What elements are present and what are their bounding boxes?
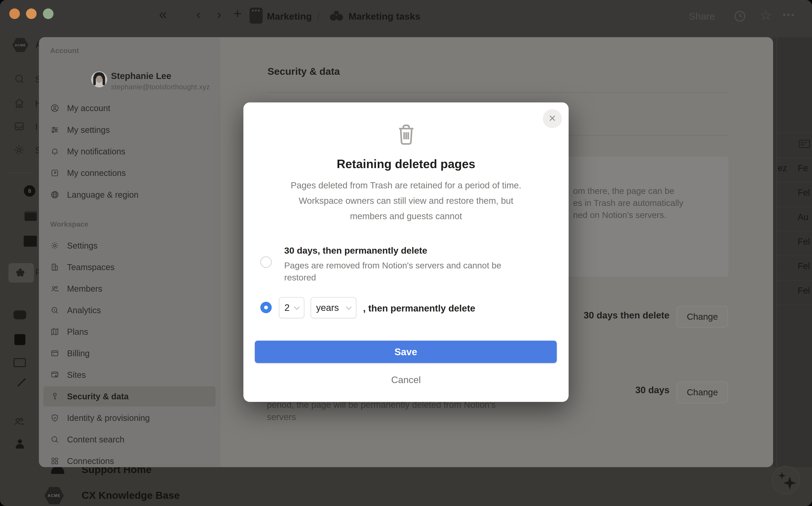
teamspace-crate-icon[interactable] (24, 236, 37, 247)
sidebar-item-cx-knowledge-base[interactable]: CX Knowledge Base (82, 490, 180, 501)
teamspace-wand-icon[interactable] (17, 378, 26, 387)
more-options-icon[interactable]: ••• (783, 10, 796, 20)
teamspace-screen-icon[interactable] (13, 358, 26, 367)
arrow-box-icon (50, 168, 59, 178)
teamspace-square-icon[interactable] (14, 334, 25, 345)
sidebar-item-label: My account (67, 103, 111, 113)
building-icon (50, 262, 59, 272)
account-section-label: Account (50, 47, 79, 55)
magnifier-icon (50, 435, 59, 444)
forward-icon[interactable]: › (217, 7, 221, 22)
unit-dropdown[interactable]: years (311, 297, 356, 318)
sidebar-item-my-settings[interactable]: My settings (43, 120, 215, 140)
cancel-button[interactable]: Cancel (244, 374, 568, 386)
sidebar-item-my-connections[interactable]: My connections (43, 163, 215, 183)
breadcrumb-page[interactable]: Marketing tasks (348, 11, 420, 22)
table-cell-date: Fel (798, 237, 810, 247)
dialog-title: Retaining deleted pages (244, 157, 568, 171)
sidebar-item-language-region[interactable]: Language & region (43, 185, 215, 205)
sidebar-item-security-data[interactable]: Security & data (43, 386, 215, 407)
change-button-label: Change (687, 312, 718, 322)
option-30-label[interactable]: 30 days, then permanently delete (284, 245, 427, 256)
back-icon[interactable]: ‹ (196, 7, 201, 22)
table-cell-date: Fel (798, 261, 810, 271)
chevron-down-icon (346, 304, 352, 310)
breadcrumb-separator: / (317, 11, 320, 22)
sidebar-item-sites[interactable]: Sites (43, 365, 215, 385)
acme-kb-text: ACME (48, 494, 61, 498)
sidebar-item-identity-provisioning[interactable]: Identity & provisioning (43, 408, 215, 428)
breadcrumb-parent[interactable]: Marketing (267, 11, 312, 22)
sidebar-item-billing[interactable]: Billing (43, 343, 215, 363)
screen: « ‹ › + Marketing / Marketing tasks Shar… (0, 0, 812, 506)
radio-30-days[interactable] (260, 256, 272, 268)
info-card-line: es in Trash are automatically (573, 197, 683, 209)
sidebar-item-content-search[interactable]: Content search (43, 429, 215, 450)
profile-email: stephanie@toolsforthought.xyz (111, 83, 210, 91)
sparkle-small-icon (778, 472, 786, 479)
sidebar-item-plans[interactable]: Plans (43, 322, 215, 342)
sidebar-item-connections[interactable]: Connections (43, 451, 215, 467)
table-cell-date: Fe (798, 163, 808, 173)
page-title: Security & data (268, 66, 340, 77)
traffic-zoom-button[interactable] (43, 8, 54, 19)
sidebar-item-label: Security & data (67, 392, 129, 401)
sidebar-item-label: My settings (67, 125, 110, 135)
traffic-minimize-button[interactable] (26, 8, 37, 19)
favorite-star-icon[interactable]: ☆ (759, 7, 772, 23)
cancel-button-label: Cancel (391, 374, 421, 385)
inbox-icon[interactable] (13, 120, 25, 132)
sidebar-item-members[interactable]: Members (43, 278, 215, 299)
close-button[interactable]: × (543, 109, 562, 128)
home-icon[interactable] (13, 97, 25, 109)
sidebar-item-teamspaces[interactable]: Teamspaces (43, 257, 215, 277)
new-page-icon[interactable]: + (233, 5, 242, 21)
option-30-description: Pages are removed from Notion's servers … (284, 260, 501, 284)
option-30-desc-line: restored (284, 272, 501, 284)
workspace-logo[interactable]: ACME (12, 38, 28, 52)
acme-kb-icon: ACME (45, 487, 64, 504)
change-button-2[interactable]: Change (677, 382, 728, 403)
sidebar-item-my-notifications[interactable]: My notifications (43, 141, 215, 162)
count-dropdown[interactable]: 2 (279, 297, 304, 318)
teamspace-8ball-icon[interactable]: 8 (24, 185, 35, 197)
sidebar-item-settings[interactable]: Settings (43, 236, 215, 256)
sidebar-item-label: Settings (67, 241, 98, 250)
table-cell-fragment: ez (778, 163, 787, 173)
table-cell-date: Fel (798, 187, 810, 198)
sidebar-item-analytics[interactable]: Analytics (43, 300, 215, 320)
option-custom-suffix: , then permanently delete (363, 303, 475, 314)
teamspace-controller-icon[interactable] (13, 311, 26, 319)
teamspace-box-icon[interactable] (24, 211, 37, 221)
ai-sparkle-button[interactable] (772, 466, 800, 494)
sidebar-item-label: My notifications (67, 147, 125, 156)
calendar-mini-icon (799, 140, 810, 148)
members-people-icon[interactable] (13, 415, 25, 427)
dialog-body: Pages deleted from Trash are retained fo… (244, 178, 568, 224)
browser-cursor-icon (50, 370, 59, 380)
radio-custom-selected[interactable] (260, 302, 272, 313)
trash-icon (394, 121, 418, 148)
sparkle-large-icon (783, 477, 796, 490)
option-30-desc-line: Pages are removed from Notion's servers … (284, 260, 501, 272)
sidebar-item-my-account[interactable]: My account (43, 98, 215, 118)
retention-dialog: × Retaining deleted pages Pages deleted … (244, 102, 568, 402)
person-silhouette-icon[interactable] (15, 439, 24, 448)
history-clock-icon[interactable] (733, 10, 746, 23)
save-button[interactable]: Save (255, 341, 557, 363)
app-window: « ‹ › + Marketing / Marketing tasks Shar… (0, 0, 812, 506)
settings-gear-icon[interactable] (13, 144, 25, 156)
binoculars-icon (329, 9, 344, 22)
sidebar-item-label: Teamspaces (67, 262, 115, 272)
bell-icon (50, 147, 59, 156)
flower-icon (15, 267, 26, 278)
collapse-sidebar-icon[interactable]: « (159, 6, 167, 22)
credit-card-icon (50, 349, 59, 358)
search-icon[interactable] (13, 73, 25, 85)
footer-line: servers (267, 411, 496, 423)
change-button[interactable]: Change (677, 306, 728, 328)
traffic-close-button[interactable] (9, 8, 20, 19)
key-icon (50, 392, 59, 401)
workspace-logo-text: ACME (15, 43, 26, 47)
share-button[interactable]: Share (689, 11, 715, 22)
